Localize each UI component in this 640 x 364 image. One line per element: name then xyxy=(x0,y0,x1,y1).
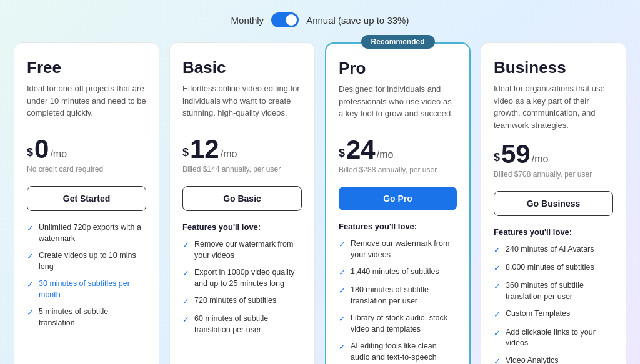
feature-item: ✓ 720 minutes of subtitles xyxy=(182,295,302,307)
features-heading: Features you'll love: xyxy=(339,222,457,231)
billing-toggle-row: Monthly Annual (save up to 33%) xyxy=(10,12,630,27)
plan-description: Ideal for one-off projects that are unde… xyxy=(27,82,146,126)
cta-button-business[interactable]: Go Business xyxy=(494,191,613,216)
feature-item: ✓ Unlimited 720p exports with a watermar… xyxy=(27,222,146,244)
feature-item: ✓ Custom Templates xyxy=(494,308,613,320)
check-icon: ✓ xyxy=(339,285,346,297)
plan-price-row: $ 24 /mo xyxy=(339,137,457,163)
plan-price-row: $ 12 /mo xyxy=(182,136,302,162)
price-dollar: $ xyxy=(494,147,500,167)
price-amount: 24 xyxy=(346,137,376,163)
price-note: Billed $708 annually, per user xyxy=(494,170,613,181)
check-icon: ✓ xyxy=(339,313,346,325)
feature-item: ✓ 60 minutes of subtitle translation per… xyxy=(182,313,302,335)
feature-text: 180 minutes of subtitle translation per … xyxy=(351,285,457,307)
feature-text: Video Analytics xyxy=(506,355,559,364)
plan-name: Business xyxy=(494,58,613,77)
feature-item: ✓ Create videos up to 10 mins long xyxy=(27,250,146,272)
feature-item: ✓ 30 minutes of subtitles per month xyxy=(27,278,146,300)
plan-description: Ideal for organizations that use video a… xyxy=(494,82,613,131)
feature-item: ✓ 8,000 minutes of subtitles xyxy=(494,262,613,274)
plan-name: Basic xyxy=(182,58,302,77)
feature-text: Custom Templates xyxy=(506,308,570,320)
cta-button-basic[interactable]: Go Basic xyxy=(182,186,302,211)
feature-text: Library of stock audio, stock video and … xyxy=(351,313,457,335)
price-dollar: $ xyxy=(339,143,345,163)
cta-button-free[interactable]: Get Started xyxy=(27,186,146,211)
check-icon: ✓ xyxy=(339,267,346,278)
feature-text: AI editing tools like clean audio and te… xyxy=(351,341,457,363)
plan-name: Pro xyxy=(339,59,457,78)
plan-name: Free xyxy=(27,58,146,77)
feature-text: Add clickable links to your videos xyxy=(506,327,613,349)
check-icon: ✓ xyxy=(27,251,34,262)
feature-text: Remove our watermark from your videos xyxy=(351,239,457,260)
plan-description: Designed for individuals and professiona… xyxy=(339,83,457,127)
price-period: /mo xyxy=(221,149,238,160)
feature-item: ✓ 240 minutes of AI Avatars xyxy=(494,244,613,256)
plan-card-business: Business Ideal for organizations that us… xyxy=(481,42,626,364)
feature-text: 360 minutes of subtitle translation per … xyxy=(506,280,613,302)
recommended-badge: Recommended xyxy=(361,35,434,49)
feature-text: Remove our watermark from your videos xyxy=(194,239,302,261)
check-icon: ✓ xyxy=(494,281,501,292)
feature-list: ✓ 240 minutes of AI Avatars ✓ 8,000 minu… xyxy=(494,244,613,364)
billing-toggle-switch[interactable] xyxy=(271,12,299,27)
price-period: /mo xyxy=(532,154,549,165)
price-amount: 12 xyxy=(190,136,219,162)
feature-text: 8,000 minutes of subtitles xyxy=(506,262,594,273)
feature-text: Export in 1080p video quality and up to … xyxy=(194,267,302,289)
feature-item: ✓ Add clickable links to your videos xyxy=(494,327,613,349)
price-dollar: $ xyxy=(27,142,33,162)
price-period: /mo xyxy=(377,149,394,160)
price-amount: 59 xyxy=(501,141,531,167)
check-icon: ✓ xyxy=(339,239,346,250)
feature-item: ✓ 180 minutes of subtitle translation pe… xyxy=(339,285,457,307)
feature-list: ✓ Remove our watermark from your videos … xyxy=(339,239,457,363)
plan-card-pro: Recommended Pro Designed for individuals… xyxy=(325,42,471,364)
feature-item: ✓ Export in 1080p video quality and up t… xyxy=(182,267,302,289)
feature-link[interactable]: 30 minutes of subtitles per month xyxy=(39,278,146,300)
feature-item: ✓ Remove our watermark from your videos xyxy=(339,239,457,260)
features-heading: Features you'll love: xyxy=(494,227,613,237)
plans-container: Free Ideal for one-off projects that are… xyxy=(14,42,626,364)
plan-price-row: $ 0 /mo xyxy=(27,136,146,162)
feature-item: ✓ Remove our watermark from your videos xyxy=(182,239,302,261)
check-icon: ✓ xyxy=(494,328,501,339)
plan-price-row: $ 59 /mo xyxy=(494,141,613,167)
check-icon: ✓ xyxy=(339,342,346,353)
features-heading: Features you'll love: xyxy=(182,222,302,232)
price-amount: 0 xyxy=(34,136,49,162)
feature-item: ✓ 360 minutes of subtitle translation pe… xyxy=(494,280,613,302)
price-dollar: $ xyxy=(182,142,189,162)
feature-item: ✓ 1,440 minutes of subtitles xyxy=(339,267,457,278)
plan-card-basic: Basic Effortless online video editing fo… xyxy=(169,42,315,364)
price-note: Billed $288 annually, per user xyxy=(339,165,457,177)
check-icon: ✓ xyxy=(494,356,501,364)
feature-text: 1,440 minutes of subtitles xyxy=(351,267,439,278)
check-icon: ✓ xyxy=(27,307,34,318)
feature-text: Unlimited 720p exports with a watermark xyxy=(39,222,146,244)
feature-item: ✓ Library of stock audio, stock video an… xyxy=(339,313,457,335)
price-note: Billed $144 annually, per user xyxy=(182,165,302,176)
monthly-label: Monthly xyxy=(231,15,264,26)
feature-list: ✓ Unlimited 720p exports with a watermar… xyxy=(27,222,146,328)
feature-text: Create videos up to 10 mins long xyxy=(39,250,146,272)
check-icon: ✓ xyxy=(182,296,189,307)
price-period: /mo xyxy=(50,149,67,160)
check-icon: ✓ xyxy=(182,240,189,251)
feature-item: ✓ Video Analytics xyxy=(494,355,613,364)
plan-description: Effortless online video editing for indi… xyxy=(182,82,302,126)
price-note: No credit card required xyxy=(27,165,146,176)
feature-text: 60 minutes of subtitle translation per u… xyxy=(194,313,302,335)
cta-button-pro[interactable]: Go Pro xyxy=(339,187,457,210)
check-icon: ✓ xyxy=(27,223,34,234)
check-icon: ✓ xyxy=(182,314,189,325)
feature-item: ✓ AI editing tools like clean audio and … xyxy=(339,341,457,363)
toggle-knob xyxy=(286,14,297,26)
check-icon: ✓ xyxy=(494,309,501,320)
check-icon: ✓ xyxy=(494,245,501,256)
check-icon: ✓ xyxy=(182,268,189,279)
plan-card-free: Free Ideal for one-off projects that are… xyxy=(14,42,159,364)
feature-text: 240 minutes of AI Avatars xyxy=(506,244,594,255)
